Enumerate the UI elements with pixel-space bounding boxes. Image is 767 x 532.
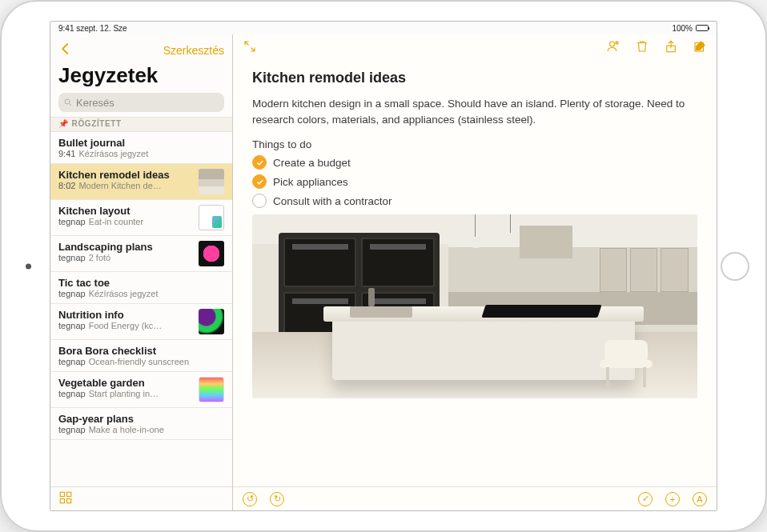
checkbox-unchecked-icon[interactable]: [252, 194, 267, 208]
note-thumbnail: [199, 377, 224, 402]
note-item[interactable]: Kitchen layouttegnapEat-in counter: [50, 200, 232, 236]
note-thumbnail: [199, 205, 224, 230]
pinned-section-header: 📌 RÖGZÍTETT: [50, 117, 232, 132]
checklist-label: Create a budget: [273, 157, 351, 169]
style-button[interactable]: A: [693, 492, 707, 506]
note-item-title: Gap-year plans: [58, 413, 224, 425]
note-thumbnail: [199, 241, 224, 266]
collaborate-icon[interactable]: [606, 38, 620, 58]
checklist-label: Pick appliances: [273, 176, 348, 188]
note-item-sub: tegnapKézírásos jegyzet: [58, 289, 224, 298]
sidebar-title: Jegyzetek: [58, 62, 224, 93]
undo-button[interactable]: ↺: [243, 492, 257, 506]
sidebar-footer: [50, 486, 232, 510]
expand-icon[interactable]: [243, 38, 257, 58]
note-item-sub: tegnapFood Energy (kc…: [58, 321, 194, 330]
note-thumbnail: [199, 169, 224, 194]
status-bar: 9:41 szept. 12. Sze 100%: [50, 22, 717, 34]
detail-footer: ↺ ↻ ✓ + A: [233, 486, 717, 510]
note-item[interactable]: Nutrition infotegnapFood Energy (kc…: [50, 304, 232, 340]
svg-rect-2: [67, 492, 71, 496]
note-item-title: Nutrition info: [58, 309, 194, 321]
svg-rect-4: [67, 498, 71, 502]
sidebar: Szerkesztés Jegyzetek Keresés 📌 RÖGZÍTET…: [50, 34, 233, 510]
note-item-title: Bora Bora checklist: [58, 345, 224, 357]
note-detail: Kitchen remodel ideas Modern kitchen des…: [233, 34, 717, 510]
note-thumbnail: [199, 309, 224, 334]
notes-list: Bullet journal9:41Kézírásos jegyzetKitch…: [50, 132, 232, 486]
note-item[interactable]: Vegetable gardentegnapStart planting in…: [50, 372, 232, 408]
home-button[interactable]: [721, 252, 749, 281]
note-item-title: Tic tac toe: [58, 277, 224, 289]
checkbox-checked-icon[interactable]: [252, 174, 267, 189]
status-time: 9:41 szept. 12. Sze: [58, 24, 127, 33]
note-item-title: Bullet journal: [58, 137, 224, 149]
checkbox-checked-icon[interactable]: [252, 155, 267, 170]
camera-dot: [26, 263, 31, 269]
note-item-sub: tegnapStart planting in…: [58, 389, 194, 398]
note-item[interactable]: Bora Bora checklisttegnapOcean-friendly …: [50, 340, 232, 372]
note-title: Kitchen remodel ideas: [252, 70, 697, 86]
compose-icon[interactable]: [693, 38, 707, 58]
note-paragraph: Modern kitchen design in a small space. …: [252, 96, 697, 127]
trash-icon[interactable]: [635, 38, 649, 58]
redo-button[interactable]: ↻: [270, 492, 284, 506]
note-item[interactable]: Tic tac toetegnapKézírásos jegyzet: [50, 272, 232, 304]
note-item[interactable]: Gap-year planstegnapMake a hole-in-one: [50, 408, 232, 440]
search-input[interactable]: Keresés: [58, 93, 224, 112]
share-icon[interactable]: [664, 38, 678, 58]
note-item-sub: tegnapOcean-friendly sunscreen: [58, 357, 224, 366]
note-subhead: Things to do: [252, 138, 697, 150]
svg-rect-1: [60, 492, 64, 496]
checklist-item[interactable]: Pick appliances: [252, 174, 697, 189]
checklist-item[interactable]: Create a budget: [252, 155, 697, 170]
edit-button[interactable]: Szerkesztés: [163, 44, 224, 57]
battery-percent: 100%: [672, 24, 693, 33]
grid-view-icon[interactable]: [58, 490, 73, 509]
checklist-label: Consult with a contractor: [273, 195, 392, 207]
note-item-title: Landscaping plans: [58, 241, 194, 253]
note-item-sub: tegnapEat-in counter: [58, 217, 194, 226]
search-placeholder: Keresés: [76, 97, 114, 109]
pinned-label: RÖGZÍTETT: [72, 119, 122, 128]
note-photo[interactable]: [252, 214, 697, 398]
back-button[interactable]: [58, 41, 73, 60]
note-item-sub: 9:41Kézírásos jegyzet: [58, 149, 224, 158]
note-item[interactable]: Kitchen remodel ideas8:02Modern Kitchen …: [50, 164, 232, 200]
note-item[interactable]: Landscaping planstegnap2 fotó: [50, 236, 232, 272]
note-item-title: Kitchen remodel ideas: [58, 169, 194, 181]
note-item-sub: tegnap2 fotó: [58, 253, 194, 262]
note-item-sub: tegnapMake a hole-in-one: [58, 425, 224, 434]
svg-point-5: [610, 42, 615, 46]
add-button[interactable]: +: [665, 492, 680, 506]
ipad-frame: 9:41 szept. 12. Sze 100% Szerkesztés Jeg…: [0, 0, 767, 532]
checklist-button[interactable]: ✓: [638, 492, 653, 506]
note-item[interactable]: Bullet journal9:41Kézírásos jegyzet: [50, 132, 232, 164]
note-body[interactable]: Kitchen remodel ideas Modern kitchen des…: [233, 62, 717, 486]
screen: 9:41 szept. 12. Sze 100% Szerkesztés Jeg…: [50, 21, 717, 511]
note-item-title: Kitchen layout: [58, 205, 194, 217]
svg-rect-3: [60, 498, 64, 502]
pin-icon: 📌: [58, 119, 69, 128]
note-item-title: Vegetable garden: [58, 377, 194, 389]
toolbar: [233, 34, 717, 62]
battery-icon: [696, 25, 709, 31]
search-icon: [63, 98, 73, 107]
checklist-item[interactable]: Consult with a contractor: [252, 194, 697, 208]
note-item-sub: 8:02Modern Kitchen de…: [58, 181, 194, 190]
svg-point-0: [65, 99, 70, 104]
